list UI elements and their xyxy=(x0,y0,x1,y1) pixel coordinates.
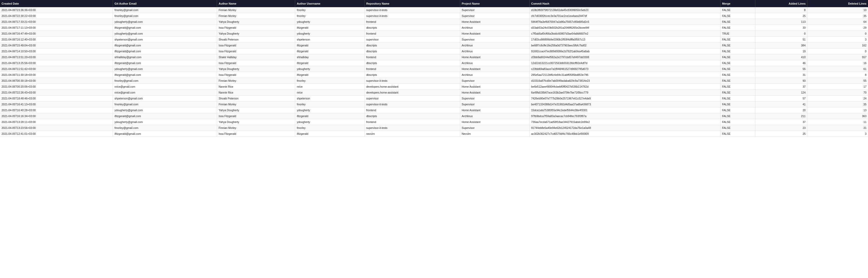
cell-added: 124 xyxy=(755,90,807,95)
cell-deleted: 13 xyxy=(807,107,868,113)
cell-hash: 6a49fa530b67ace163b2ae079fe7be71f0bcc779 xyxy=(529,90,720,95)
cell-date: 2021-04-06T23:36:36+03:00 xyxy=(0,7,113,13)
cell-deleted: 55 xyxy=(807,78,868,84)
cell-added: 25 xyxy=(755,13,807,19)
cell-project: Archlinux xyxy=(460,43,529,49)
table-row: 2021-04-06T17:33:21+03:00ydougherty@gmai… xyxy=(0,19,868,25)
cell-merge: FALSE xyxy=(720,119,755,125)
column-header-repo: Repository Name xyxy=(365,0,460,7)
cell-deleted: 363 xyxy=(807,113,868,119)
cell-username: ydougherty xyxy=(295,66,365,72)
cell-repo: dbscripts xyxy=(365,72,460,78)
cell-project: Home Assistant xyxy=(460,66,529,72)
cell-email: ifitzgerald@gmail.com xyxy=(113,60,217,66)
cell-hash: be6e512aee490044cbebf0ff0427b536b114762d xyxy=(529,84,720,90)
cell-author: Issa Fitzgerald xyxy=(217,43,295,49)
cell-date: 2021-04-06T00:20:06+03:00 xyxy=(0,84,113,90)
cell-deleted: 35 xyxy=(807,102,868,107)
cell-author: Issa Fitzgerald xyxy=(217,113,295,119)
cell-project: Archlinux xyxy=(460,25,529,31)
cell-email: fmorley@gmail.com xyxy=(113,78,217,84)
cell-project: Home Assistant xyxy=(460,90,529,95)
cell-repo: supervisor xyxy=(365,37,460,43)
cell-username: fmorley xyxy=(295,7,365,13)
cell-email: shpeterson@gmail.com xyxy=(113,95,217,102)
cell-repo: dbscripts xyxy=(365,49,460,54)
column-header-date: Created Date xyxy=(0,0,113,7)
table-row: 2021-04-06T22:30:22+03:00fmorley@gmail.c… xyxy=(0,13,868,19)
table-row: 2021-04-06T11:51:42+03:00ydougherty@gmai… xyxy=(0,66,868,72)
cell-username: ydougherty xyxy=(295,107,365,113)
cell-merge: FALSE xyxy=(720,19,755,25)
cell-hash: c23fdd69a83ace7a1f846f461527d9692795d073 xyxy=(529,66,720,72)
cell-merge: FALSE xyxy=(720,84,755,90)
cell-repo: developers.home-assistant xyxy=(365,90,460,95)
table-row: 2021-04-05T16:41:13+03:00fmorley@gmail.c… xyxy=(0,102,868,107)
cell-username: ifitzgerald xyxy=(295,131,365,137)
cell-project: Archlinux xyxy=(460,113,529,119)
cell-email: shpeterson@gmail.com xyxy=(113,37,217,43)
cell-date: 2021-04-06T13:51:20+03:00 xyxy=(0,54,113,60)
cell-username: ifitzgerald xyxy=(295,43,365,49)
cell-author: Issa Fitzgerald xyxy=(217,49,295,54)
cell-email: fmorley@gmail.com xyxy=(113,7,217,13)
cell-project: Archlinux xyxy=(460,49,529,54)
table-row: 2021-04-05T18:48:46+03:00shpeterson@gmai… xyxy=(0,95,868,102)
cell-project: Neovim xyxy=(460,131,529,137)
table-row: 2021-04-05T16:40:28+03:00ydougherty@gmai… xyxy=(0,107,868,113)
cell-author: Yahya Dougherty xyxy=(217,119,295,125)
cell-repo: dbscripts xyxy=(365,43,460,49)
table-header-row: Created DateGit Author EmailAuthor NameA… xyxy=(0,0,868,7)
cell-merge: FALSE xyxy=(720,43,755,49)
cell-author: Yahya Dougherty xyxy=(217,107,295,113)
column-header-email: Git Author Email xyxy=(113,0,217,7)
cell-deleted: 70 xyxy=(807,90,868,95)
cell-date: 2021-04-06T17:33:21+03:00 xyxy=(0,19,113,25)
cell-hash: 91744eb8e5a40e94e62b124524172da76e1a0a48 xyxy=(529,125,720,131)
cell-merge: FALSE xyxy=(720,54,755,60)
cell-date: 2021-04-06T14:10:50+03:00 xyxy=(0,49,113,54)
cell-repo: frontend xyxy=(365,107,460,113)
cell-date: 2021-04-06T13:25:56+03:00 xyxy=(0,60,113,66)
cell-project: Supervisor xyxy=(460,95,529,102)
cell-repo: developers.home-assistant xyxy=(365,84,460,90)
cell-username: fmorley xyxy=(295,102,365,107)
cell-deleted: 17 xyxy=(807,84,868,90)
cell-email: ifitzgerald@gmail.com xyxy=(113,131,217,137)
cell-repo: frontend xyxy=(365,19,460,25)
cell-email: nrice@gmail.com xyxy=(113,84,217,90)
cell-author: Finnian Morley xyxy=(217,78,295,84)
cell-merge: FALSE xyxy=(720,49,755,54)
cell-hash: 97fb9bdca7f59a83a3aecac7cb94fec793f3f87a xyxy=(529,113,720,119)
cell-username: ifitzgerald xyxy=(295,113,365,119)
cell-added: 93 xyxy=(755,78,807,84)
cell-date: 2021-04-05T18:48:46+03:00 xyxy=(0,95,113,102)
cell-hash: cfc7d030f2fccec3e3a701ac2ce1ea4aea3447df xyxy=(529,13,720,19)
cell-project: Home Assistant xyxy=(460,84,529,90)
cell-hash: 17d03cd98899b9e0390b1ff93f4dfffa0f567c13 xyxy=(529,37,720,43)
cell-added: 8 xyxy=(755,7,807,13)
cell-repo: supervisor-it-tests xyxy=(365,7,460,13)
cell-hash: 295e5aa72112bf6c4e84c31abff0585bd853e796 xyxy=(529,72,720,78)
cell-date: 2021-04-06T11:30:18+03:00 xyxy=(0,72,113,78)
cell-deleted: 10 xyxy=(807,7,868,13)
table-row: 2021-04-05T16:16:34+03:00ifitzgerald@gma… xyxy=(0,113,868,119)
cell-merge: FALSE xyxy=(720,78,755,84)
cell-added: 37 xyxy=(755,119,807,125)
cell-email: fmorley@gmail.com xyxy=(113,102,217,107)
cell-date: 2021-04-05T22:26:43+03:00 xyxy=(0,90,113,95)
cell-project: Supervisor xyxy=(460,37,529,43)
cell-deleted: 35 xyxy=(807,13,868,19)
cell-author: Issa Fitzgerald xyxy=(217,25,295,31)
cell-author: Issa Fitzgerald xyxy=(217,60,295,66)
cell-hash: be4071334388d147e31992d4d5aa37ad6a436873 xyxy=(529,102,720,107)
cell-author: Finnian Morley xyxy=(217,102,295,107)
table-row: 2021-04-06T11:30:18+03:00ifitzgerald@gma… xyxy=(0,72,868,78)
cell-email: shhalliday@gmail.com xyxy=(113,54,217,60)
cell-repo: dbscripts xyxy=(365,60,460,66)
cell-email: ydougherty@gmail.com xyxy=(113,66,217,72)
cell-added: 46 xyxy=(755,60,807,66)
cell-hash: be68f7c8cffe16e258a0d737903eec5fbfc7bd02 xyxy=(529,43,720,49)
table-row: 2021-04-06T16:12:40+03:00shpeterson@gmai… xyxy=(0,37,868,43)
cell-project: Supervisor xyxy=(460,13,529,19)
